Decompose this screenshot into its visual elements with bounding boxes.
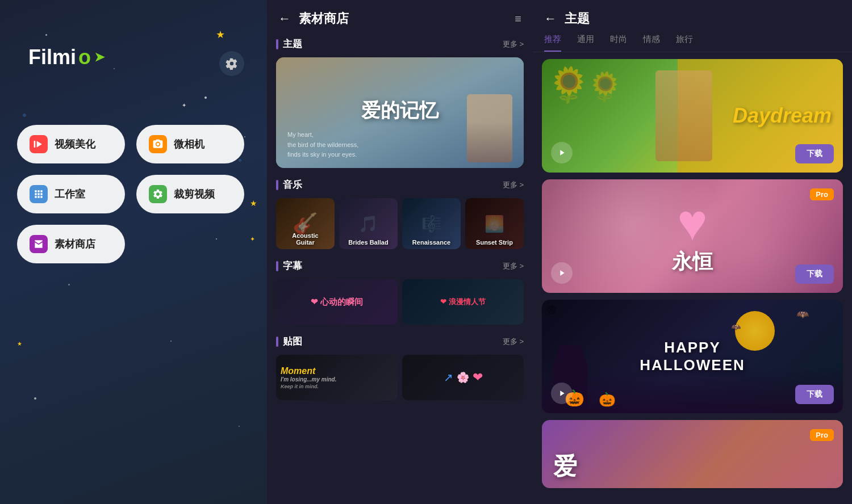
theme-section-title: 主题 bbox=[276, 37, 302, 51]
theme-item-halloween[interactable]: 🦇 🦇 🎃 🎃 HAPPYHALLOWEEN 🕸 下载 bbox=[542, 300, 843, 413]
sidebar-item-material-store[interactable]: 素材商店 bbox=[17, 225, 125, 263]
eternal-download-button[interactable]: 下载 bbox=[795, 264, 834, 284]
tab-general[interactable]: 通用 bbox=[577, 34, 594, 52]
video-beauty-label: 视频美化 bbox=[55, 137, 95, 151]
play-icon-3 bbox=[557, 389, 566, 398]
tab-recommend[interactable]: 推荐 bbox=[544, 34, 561, 52]
music-card-renaissance[interactable]: 🎼 Renaissance bbox=[402, 198, 461, 249]
middle-back-button[interactable]: ← bbox=[278, 11, 291, 26]
sidebar-item-video-beauty[interactable]: 视频美化 bbox=[17, 125, 125, 163]
music-card-sunset[interactable]: 🌅 Sunset Strip bbox=[465, 198, 524, 249]
micro-camera-icon bbox=[149, 135, 167, 153]
sidebar-item-workshop[interactable]: 工作室 bbox=[17, 175, 125, 213]
music-section-title: 音乐 bbox=[276, 178, 302, 191]
music-card-brides[interactable]: 🎵 Brides Ballad bbox=[339, 198, 398, 249]
video-beauty-icon bbox=[30, 135, 48, 153]
left-panel: ★ ★ ✦ ✦ ★ Filmio➤ 视频美化 微相机 bbox=[0, 0, 267, 504]
subtitle-more-button[interactable]: 更多 > bbox=[503, 261, 524, 271]
music-card-acoustic[interactable]: 🎸 AcousticGuitar bbox=[276, 198, 335, 249]
tab-emotion[interactable]: 情感 bbox=[643, 34, 660, 52]
subtitle-card-2[interactable]: ❤ 浪漫情人节 bbox=[402, 279, 524, 325]
settings-button[interactable] bbox=[219, 51, 244, 76]
subtitle-card-1[interactable]: ❤ 心动的瞬间 bbox=[276, 279, 398, 325]
workshop-label: 工作室 bbox=[55, 187, 85, 201]
sticker-card-2[interactable]: ↗ 🌸 ❤ bbox=[402, 355, 524, 400]
daydream-title: Daydream bbox=[733, 104, 832, 128]
theme-main-card[interactable]: 爱的记忆 My heart, the bird of the wildernes… bbox=[276, 57, 524, 168]
tab-travel[interactable]: 旅行 bbox=[676, 34, 693, 52]
halloween-play-button[interactable] bbox=[551, 383, 573, 404]
right-panel: ← 主题 推荐 通用 时尚 情感 旅行 🌻 🌻 Daydream 下载 bbox=[533, 0, 852, 504]
video-edit-icon bbox=[149, 185, 167, 203]
eternal-title: 永恒 bbox=[672, 248, 713, 276]
sidebar-item-micro-camera[interactable]: 微相机 bbox=[136, 125, 244, 163]
theme-card-person bbox=[467, 94, 512, 162]
video-edit-label: 裁剪视频 bbox=[174, 187, 215, 201]
subtitle-label-2: ❤ 浪漫情人节 bbox=[402, 279, 524, 325]
daydream-download-button[interactable]: 下载 bbox=[795, 144, 834, 163]
theme-card-text: My heart, the bird of the wilderness, fi… bbox=[287, 130, 358, 160]
logo-area: Filmio➤ bbox=[28, 45, 105, 69]
theme-item-daydream[interactable]: 🌻 🌻 Daydream 下载 bbox=[542, 59, 843, 173]
theme-item-love4[interactable]: 爱 Pro bbox=[542, 420, 843, 488]
music-grid: 🎸 AcousticGuitar 🎵 Brides Ballad 🎼 Renai… bbox=[276, 198, 524, 249]
svg-rect-0 bbox=[34, 141, 36, 148]
middle-header: ← 素材商店 ≡ bbox=[267, 0, 533, 35]
subtitle-label-1: ❤ 心动的瞬间 bbox=[276, 279, 398, 325]
workshop-icon bbox=[30, 185, 48, 203]
theme-more-button[interactable]: 更多 > bbox=[503, 39, 524, 49]
theme-subtitle-2: the bird of the wilderness, bbox=[287, 140, 358, 150]
spider-web: 🕸 bbox=[548, 305, 557, 316]
sticker-label-1: Moment I'm losing...my mind. Keep it in … bbox=[276, 355, 398, 400]
love4-bg bbox=[542, 420, 843, 488]
subtitle-bar bbox=[276, 261, 278, 271]
material-store-label: 素材商店 bbox=[55, 237, 95, 251]
subtitle-section-header: 字幕 更多 > bbox=[276, 259, 524, 272]
music-bar bbox=[276, 180, 278, 190]
sticker-icons: ↗ 🌸 ❤ bbox=[402, 355, 524, 400]
music-section-header: 音乐 更多 > bbox=[276, 178, 524, 191]
love4-pro-badge: Pro bbox=[810, 429, 834, 441]
eternal-play-button[interactable] bbox=[551, 262, 573, 284]
person-silhouette bbox=[655, 70, 712, 161]
theme-subtitle-3: finds its sky in your eyes. bbox=[287, 150, 358, 160]
theme-card-title: 爱的记忆 bbox=[361, 98, 438, 124]
theme-subtitle-1: My heart, bbox=[287, 130, 358, 140]
right-back-button[interactable]: ← bbox=[544, 11, 557, 26]
sticker-bar bbox=[276, 337, 278, 347]
middle-menu-icon: ≡ bbox=[515, 12, 521, 26]
theme-item-eternal[interactable]: ♥ 永恒 Pro 下载 bbox=[542, 179, 843, 293]
logo-icon: ➤ bbox=[94, 50, 105, 65]
right-panel-title: 主题 bbox=[565, 10, 590, 27]
logo-film: Filmi bbox=[28, 45, 76, 69]
play-icon-2 bbox=[557, 268, 566, 278]
eternal-pro-badge: Pro bbox=[810, 188, 834, 200]
subtitle-grid: ❤ 心动的瞬间 ❤ 浪漫情人节 bbox=[276, 279, 524, 325]
right-tabs: 推荐 通用 时尚 情感 旅行 bbox=[533, 27, 852, 52]
sticker-more-button[interactable]: 更多 > bbox=[503, 337, 524, 347]
menu-grid: 视频美化 微相机 工作室 裁剪视频 素材商店 bbox=[17, 125, 244, 263]
tab-fashion[interactable]: 时尚 bbox=[610, 34, 627, 52]
music-more-button[interactable]: 更多 > bbox=[503, 180, 524, 190]
sidebar-item-video-edit[interactable]: 裁剪视频 bbox=[136, 175, 244, 213]
love4-title: 爱 bbox=[553, 451, 577, 482]
middle-panel: ← 素材商店 ≡ 主题 更多 > 爱的记忆 My heart, the bird… bbox=[267, 0, 533, 504]
micro-camera-label: 微相机 bbox=[174, 137, 204, 151]
sticker-section-title: 贴图 bbox=[276, 335, 302, 348]
sticker-section-header: 贴图 更多 > bbox=[276, 335, 524, 348]
middle-content: 主题 更多 > 爱的记忆 My heart, the bird of the w… bbox=[267, 35, 533, 504]
halloween-download-button[interactable]: 下载 bbox=[795, 385, 834, 404]
acoustic-label: AcousticGuitar bbox=[279, 232, 331, 246]
app-logo: Filmio➤ bbox=[28, 45, 105, 69]
right-content: 🌻 🌻 Daydream 下载 ♥ 永恒 Pro 下载 bbox=[533, 52, 852, 504]
sticker-card-1[interactable]: Moment I'm losing...my mind. Keep it in … bbox=[276, 355, 398, 400]
material-store-icon bbox=[30, 235, 48, 253]
brides-label: Brides Ballad bbox=[343, 239, 394, 246]
sticker-grid: Moment I'm losing...my mind. Keep it in … bbox=[276, 355, 524, 400]
theme-bar bbox=[276, 39, 278, 49]
daydream-play-button[interactable] bbox=[551, 142, 573, 163]
renaissance-label: Renaissance bbox=[406, 239, 457, 246]
right-header: ← 主题 bbox=[533, 0, 852, 27]
logo-go: o bbox=[78, 45, 91, 69]
gear-icon bbox=[225, 57, 238, 70]
